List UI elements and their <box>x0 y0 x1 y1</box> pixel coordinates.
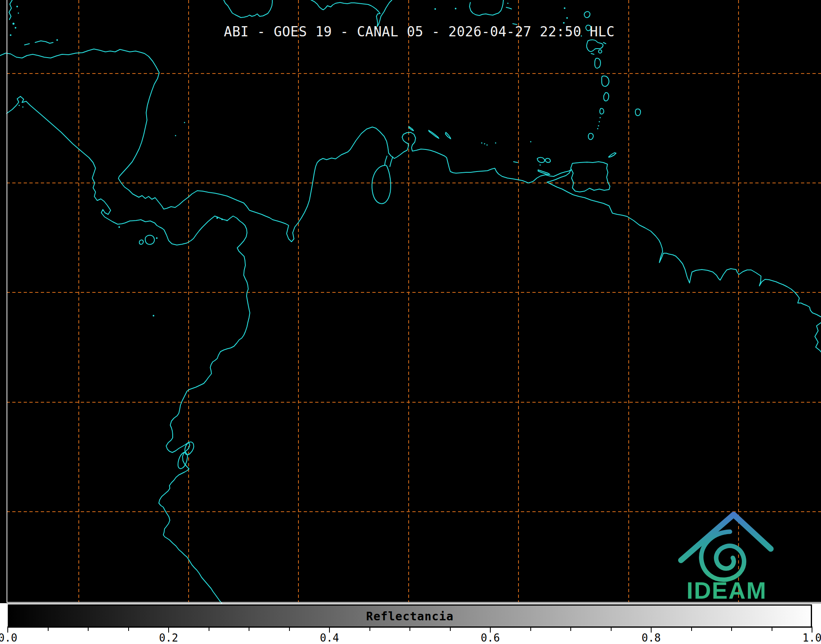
right-edge-inlet <box>815 323 821 352</box>
hispaniola <box>311 0 392 27</box>
island-speck <box>19 105 20 106</box>
island-speck <box>13 23 15 25</box>
colorbar-minor-tick <box>731 626 732 631</box>
island-speck <box>175 135 176 136</box>
colorbar-label: Reflectancia <box>366 609 454 623</box>
island-speck <box>216 217 218 219</box>
island-speck <box>481 143 483 144</box>
island-speck <box>15 27 16 29</box>
island-speck <box>227 220 228 221</box>
colorbar-minor-tick <box>772 626 772 631</box>
dominica <box>595 58 601 68</box>
colorbar-minor-tick <box>530 626 531 631</box>
colorbar-minor-tick <box>48 626 49 631</box>
guadeloupe <box>587 40 606 54</box>
margarita <box>537 158 550 174</box>
island-speck <box>22 107 24 108</box>
island-speck <box>10 34 11 36</box>
island-speck <box>434 8 436 10</box>
vieques <box>506 7 517 25</box>
tobago <box>609 153 616 157</box>
island-speck <box>221 218 223 220</box>
island-speck <box>507 3 509 4</box>
puerto-rico <box>469 0 503 16</box>
island-speck <box>156 237 158 239</box>
colorbar-minor-tick <box>128 626 129 631</box>
colorbar-minor-tick <box>88 626 89 631</box>
colorbar-tick-label: 0.0 <box>0 632 17 644</box>
island-speck <box>597 128 599 129</box>
colorbar-minor-tick <box>249 626 249 631</box>
grenada <box>588 133 593 139</box>
island-speck <box>566 17 568 19</box>
trinidad <box>571 162 610 192</box>
map-title: ABI - GOES 19 - CANAL 05 - 2026-04-27 22… <box>224 24 614 40</box>
island-speck <box>16 6 18 7</box>
colorbar-minor-tick <box>369 626 370 631</box>
colorbar-strip: Reflectancia 0.00.20.40.60.81.0 <box>0 603 821 644</box>
coastline-belize <box>9 0 12 20</box>
estuary-loops <box>178 442 194 468</box>
satellite-product-figure: ABI - GOES 19 - CANAL 05 - 2026-04-27 22… <box>0 0 821 644</box>
la-tortuga <box>514 162 518 163</box>
map-area: ABI - GOES 19 - CANAL 05 - 2026-04-27 22… <box>0 0 821 603</box>
st-lucia <box>604 93 609 101</box>
marie-galante <box>599 50 602 53</box>
coastline-pacific-main <box>7 96 250 603</box>
island-speck <box>495 143 496 144</box>
colorbar-minor-tick <box>570 626 571 631</box>
bonaire <box>445 132 451 139</box>
curacao <box>429 130 439 138</box>
colorbar-tick-label: 1.0 <box>803 632 821 644</box>
island-speck <box>599 121 600 123</box>
island-speck <box>18 13 19 14</box>
island-speck <box>455 8 456 9</box>
ideam-logo-text: IDEAM <box>687 577 767 603</box>
colorbar-minor-tick <box>450 626 451 631</box>
island-speck <box>184 122 185 123</box>
island-speck <box>56 39 58 41</box>
colorbar-tick-label: 0.2 <box>159 632 178 644</box>
colorbar-tick-label: 0.8 <box>642 632 661 644</box>
colorbar-gradient: Reflectancia <box>8 604 812 628</box>
colorbar-minor-tick <box>691 626 692 631</box>
ideam-logo: IDEAM <box>670 506 792 603</box>
colorbar-minor-tick <box>409 626 410 631</box>
mountain-spiral-icon <box>681 515 771 580</box>
colorbar-tick-label: 0.4 <box>320 632 339 644</box>
aruba <box>409 127 414 131</box>
island-speck <box>598 125 599 127</box>
colorbar-tick-label: 0.6 <box>481 632 500 644</box>
colorbar-minor-tick <box>611 626 612 631</box>
jamaica <box>224 0 272 18</box>
island-speck <box>600 117 601 118</box>
island-speck <box>484 143 485 145</box>
island-speck <box>540 165 541 166</box>
island-speck <box>118 226 120 228</box>
island-speck <box>487 145 488 146</box>
bay-islands <box>24 41 53 45</box>
island-speck <box>530 141 532 143</box>
colorbar-minor-tick <box>209 626 209 631</box>
coiba-islands <box>139 235 154 245</box>
map-frame-left <box>7 0 7 603</box>
lake-maracaibo <box>372 165 391 203</box>
barbados <box>635 109 641 116</box>
island-speck <box>564 7 565 9</box>
colorbar-minor-tick <box>289 626 290 631</box>
martinique <box>602 76 609 87</box>
st-vincent <box>600 108 604 114</box>
island-speck <box>153 315 154 316</box>
